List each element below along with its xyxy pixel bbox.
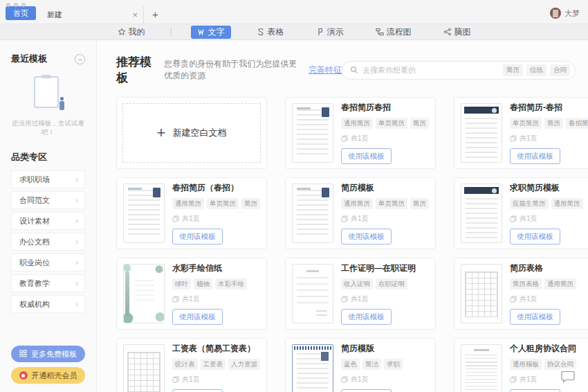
use-template-button[interactable]: 使用该模板 — [341, 148, 392, 164]
template-tag: 通用简历 — [551, 198, 583, 209]
new-tab-button[interactable]: + — [152, 9, 158, 19]
template-tag: 工资表 — [201, 359, 226, 370]
page-icon — [510, 296, 517, 303]
search-input[interactable] — [362, 66, 499, 74]
sidebar-category-item[interactable]: 职业岗位› — [11, 253, 85, 271]
new-blank-document-card[interactable]: + 新建空白文档 — [116, 97, 267, 169]
template-title: 简历模板 — [341, 182, 429, 194]
blank-card-label: 新建空白文档 — [172, 127, 226, 139]
recent-templates-arrow-icon[interactable]: → — [75, 54, 85, 64]
nav-tab-mine[interactable]: 我的 — [111, 26, 151, 39]
use-template-button[interactable]: 使用该模板 — [510, 389, 560, 392]
user-avatar[interactable] — [550, 8, 561, 19]
star-icon — [118, 28, 126, 36]
template-thumbnail[interactable] — [123, 264, 165, 323]
template-thumbnail[interactable] — [461, 184, 502, 243]
use-template-button[interactable]: 使用该模板 — [172, 309, 223, 325]
template-title: 工作证明—在职证明 — [341, 262, 429, 274]
template-tag: 春招简历 — [566, 118, 588, 129]
page-count: 共1页 — [520, 375, 538, 384]
use-template-button[interactable]: 使用该模板 — [341, 229, 392, 244]
template-tag: 简历 — [241, 198, 260, 209]
use-template-button[interactable]: 使用该模板 — [510, 148, 560, 164]
page-icon — [172, 215, 179, 222]
template-card[interactable]: 简历表格简历表格通用简历共1页使用该模板 — [454, 258, 588, 330]
docer-vip-icon — [19, 371, 28, 380]
minimize-window-icon[interactable] — [14, 3, 18, 7]
use-template-button[interactable]: 使用该模板 — [341, 389, 392, 392]
category-label: 合同范文 — [19, 195, 50, 206]
category-label: 设计素材 — [19, 216, 50, 226]
more-free-templates-button[interactable]: 更多免费模板 — [11, 346, 85, 362]
zoom-window-icon[interactable] — [21, 3, 26, 7]
template-thumbnail[interactable] — [123, 184, 165, 243]
use-template-button[interactable]: 使用该模板 — [172, 229, 223, 244]
template-card[interactable]: 简历模版蓝色简洁求职共1页使用该模板 — [285, 338, 436, 392]
nav-tab-writer[interactable]: 文字 — [191, 26, 231, 39]
template-card[interactable]: 春招简历-春招单页简历简历春招简历共1页使用该模板 — [454, 97, 588, 169]
template-thumbnail[interactable] — [292, 184, 333, 243]
sidebar-category-item[interactable]: 求职职场› — [11, 170, 85, 188]
template-tag: 单页简历 — [376, 118, 407, 129]
template-card[interactable]: 工资表（简易工资表）统计表工资表人力资源共1页使用该模板 — [116, 338, 267, 392]
user-name: 大梦 — [564, 8, 580, 19]
nav-tab-label: 脑图 — [454, 26, 471, 38]
search-tag[interactable]: 简历 — [503, 64, 523, 76]
category-label: 职业岗位 — [19, 258, 50, 268]
document-tab[interactable]: 新建 × — [40, 6, 144, 24]
category-label: 求职职场 — [19, 175, 50, 185]
sidebar-category-item[interactable]: 合同范文› — [11, 191, 85, 209]
chevron-right-icon: › — [75, 258, 78, 267]
search-hot-tags: 简历信纸合同 — [503, 64, 570, 76]
recent-templates-title: 最近模板 — [11, 53, 47, 65]
page-count: 共1页 — [182, 294, 200, 304]
page-icon — [510, 215, 517, 222]
chat-feedback-button[interactable] — [559, 368, 577, 385]
user-account[interactable]: 大梦 — [550, 8, 580, 19]
template-card[interactable]: 求职简历模板应届生简历通用简历共1页使用该模板 — [454, 177, 588, 249]
traffic-lights[interactable] — [6, 3, 26, 7]
use-template-button[interactable]: 使用该模板 — [172, 389, 223, 392]
template-card[interactable]: 工作证明—在职证明收入证明在职证明共1页使用该模板 — [285, 258, 436, 330]
complete-profile-link[interactable]: 完善特征 — [309, 64, 342, 76]
template-tag: 单页简历 — [207, 198, 239, 209]
sidebar-category-item[interactable]: 教育教学› — [11, 274, 85, 292]
template-tag: 单页简历 — [376, 198, 407, 209]
close-tab-icon[interactable]: × — [132, 10, 138, 19]
use-template-button[interactable]: 使用该模板 — [341, 309, 392, 325]
main-panel: 推荐模板 您尊贵的身份有助于我们为您提供更优质的资源 完善特征 简历信纸合同 +… — [97, 40, 588, 392]
template-thumbnail[interactable] — [123, 344, 165, 392]
template-thumbnail[interactable] — [461, 264, 502, 323]
template-card[interactable]: 水彩手绘信纸绿叶植物水彩手绘共1页使用该模板 — [116, 258, 267, 330]
search-tag[interactable]: 信纸 — [526, 64, 546, 76]
home-tab-button[interactable]: 首页 — [6, 6, 36, 20]
template-card[interactable]: 春招简历春招通用简历单页简历简历共1页使用该模板 — [285, 97, 436, 169]
template-card[interactable]: 春招简历（春招）通用简历单页简历简历共1页使用该模板 — [116, 177, 267, 249]
nav-tab-slides[interactable]: 演示 — [310, 26, 350, 39]
template-tags: 通用简历单页简历简历 — [341, 118, 429, 129]
use-template-button[interactable]: 使用该模板 — [510, 309, 560, 325]
nav-tab-flowchart[interactable]: 流程图 — [369, 26, 418, 39]
template-thumbnail[interactable] — [292, 264, 333, 323]
template-thumbnail[interactable] — [292, 103, 333, 163]
chat-bubble-icon — [561, 371, 575, 383]
template-thumbnail[interactable] — [461, 344, 502, 392]
sidebar-category-item[interactable]: 权威机构› — [11, 295, 85, 313]
template-card[interactable]: 简历模板通用简历单页简历简历共1页使用该模板 — [285, 177, 436, 249]
use-template-button[interactable]: 使用该模板 — [510, 229, 560, 244]
grid-icon — [19, 350, 27, 359]
template-search-bar[interactable]: 简历信纸合同 — [342, 61, 576, 80]
template-tag: 简历 — [410, 198, 429, 209]
template-thumbnail[interactable] — [292, 344, 333, 392]
template-tag: 简历 — [410, 118, 429, 129]
search-tag[interactable]: 合同 — [550, 64, 570, 76]
template-thumbnail[interactable] — [461, 103, 502, 163]
nav-tab-sheet[interactable]: 表格 — [250, 26, 291, 39]
vip-membership-button[interactable]: 开通稻壳会员 — [11, 367, 85, 384]
template-tag: 人力资源 — [228, 359, 260, 370]
sidebar-category-item[interactable]: 设计素材› — [11, 212, 85, 230]
document-type-nav: 我的文字表格演示流程图脑图 — [0, 24, 588, 40]
nav-tab-mindmap[interactable]: 脑图 — [437, 26, 477, 39]
close-window-icon[interactable] — [6, 3, 10, 7]
sidebar-category-item[interactable]: 办公文档› — [11, 233, 85, 251]
